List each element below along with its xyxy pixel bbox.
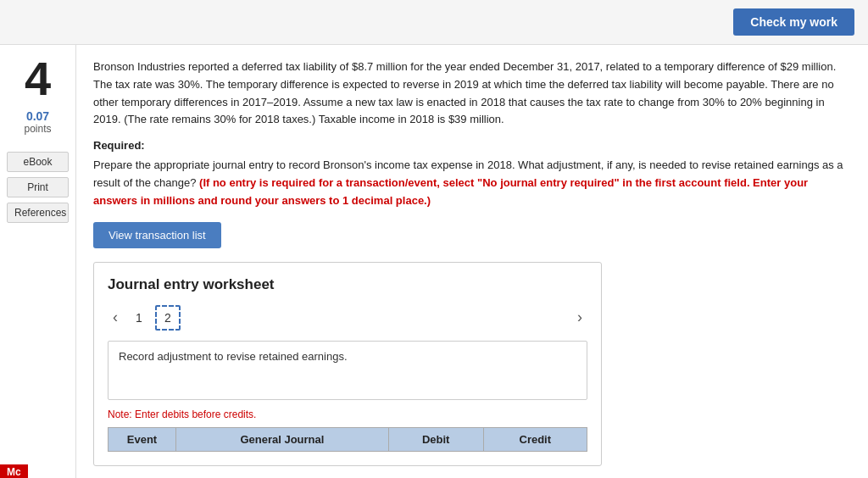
question-number: 4 <box>25 55 51 103</box>
entry-description: Record adjustment to revise retained ear… <box>108 341 587 400</box>
points-value: 0.07 <box>26 109 49 123</box>
worksheet-title: Journal entry worksheet <box>108 276 587 293</box>
tab-1[interactable]: 1 <box>126 305 152 331</box>
instruction-red: (If no entry is required for a transacti… <box>93 176 808 207</box>
table-header-row: Event General Journal Debit Credit <box>108 427 587 451</box>
top-bar: Check my work <box>0 0 868 45</box>
required-label: Required: <box>93 139 851 152</box>
event-header: Event <box>108 427 176 451</box>
problem-body: Bronson Industries reported a deferred t… <box>93 58 851 129</box>
prev-tab-button[interactable]: ‹ <box>108 307 123 328</box>
instruction-text: Prepare the appropriate journal entry to… <box>93 157 851 209</box>
print-button[interactable]: Print <box>7 177 69 197</box>
references-button[interactable]: References <box>7 203 69 223</box>
next-tab-button[interactable]: › <box>572 307 587 328</box>
points-label: points <box>24 123 51 135</box>
content-area: Bronson Industries reported a deferred t… <box>76 45 868 478</box>
main-content: 4 0.07 points eBook Print References Bro… <box>0 45 868 478</box>
tab-navigation: ‹ 1 2 › <box>108 305 587 331</box>
view-transaction-list-button[interactable]: View transaction list <box>93 222 221 248</box>
credit-header: Credit <box>483 427 587 451</box>
debit-header: Debit <box>388 427 483 451</box>
sidebar-buttons: eBook Print References <box>7 152 69 223</box>
general-journal-header: General Journal <box>176 427 389 451</box>
tab-2[interactable]: 2 <box>155 305 181 331</box>
debit-credit-note: Note: Enter debits before credits. <box>108 409 587 420</box>
ebook-button[interactable]: eBook <box>7 152 69 172</box>
journal-entry-worksheet: Journal entry worksheet ‹ 1 2 › Record a… <box>93 262 602 466</box>
page-container: Check my work 4 0.07 points eBook Print … <box>0 0 868 478</box>
check-my-work-button[interactable]: Check my work <box>733 8 854 36</box>
journal-entry-table: Event General Journal Debit Credit <box>108 427 587 452</box>
mc-bar: Mc <box>0 464 28 478</box>
left-sidebar: 4 0.07 points eBook Print References <box>0 45 76 478</box>
